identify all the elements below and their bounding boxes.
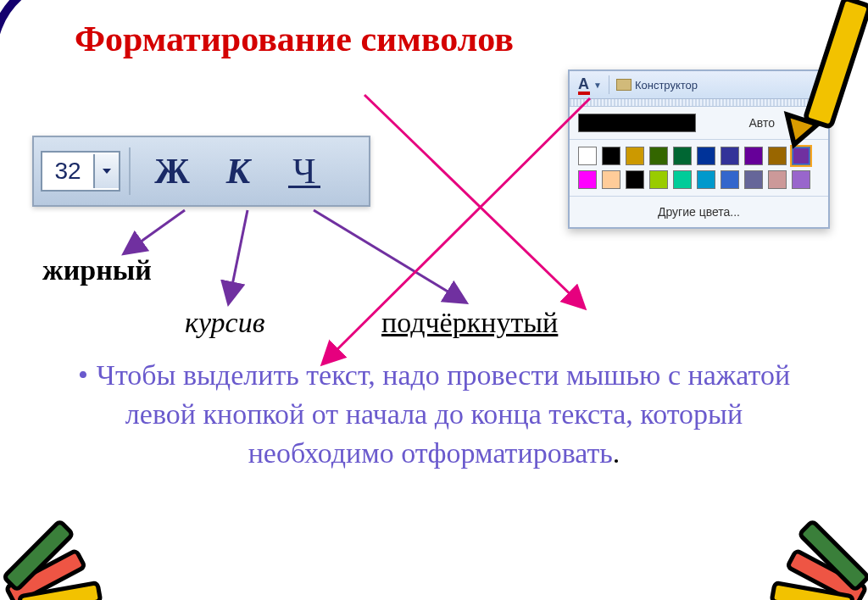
toolbar-separator [129, 147, 131, 195]
slide-title: Форматирование символов [75, 19, 514, 59]
color-row [578, 170, 820, 189]
color-swatch[interactable] [649, 170, 668, 189]
color-swatch[interactable] [673, 147, 692, 165]
color-swatch[interactable] [626, 147, 644, 165]
color-swatch[interactable] [792, 170, 810, 189]
font-size-value: 32 [42, 158, 93, 185]
svg-rect-13 [3, 521, 73, 591]
constructor-icon [616, 79, 632, 91]
picker-grip [570, 99, 828, 107]
font-color-A-icon: A [578, 75, 590, 93]
label-bold: жирный [42, 254, 152, 286]
color-grid [570, 140, 828, 197]
font-color-button[interactable]: A ▼ [575, 75, 605, 95]
auto-color-row[interactable]: Авто [570, 107, 828, 140]
svg-marker-0 [103, 169, 111, 174]
body-content: Чтобы выделить текст, надо провести мышь… [97, 359, 790, 469]
color-swatch[interactable] [744, 170, 763, 189]
svg-rect-12 [19, 583, 101, 600]
color-swatch[interactable] [673, 170, 692, 189]
body-text: •Чтобы выделить текст, надо провести мыш… [76, 356, 792, 473]
constructor-button[interactable]: Конструктор [613, 79, 701, 92]
color-swatch[interactable] [792, 147, 810, 165]
svg-line-5 [314, 210, 465, 302]
constructor-label: Конструктор [635, 79, 698, 92]
svg-rect-16 [799, 521, 868, 591]
color-swatch[interactable] [697, 147, 715, 165]
label-italic: курсив [185, 307, 264, 339]
color-swatch[interactable] [768, 170, 787, 189]
color-picker-panel: A ▼ Конструктор Авто Другие цвета... [568, 69, 830, 229]
label-underline: подчёркнутый [381, 307, 558, 339]
format-toolbar: 32 Ж К Ч [32, 136, 370, 207]
color-swatch[interactable] [602, 170, 620, 189]
auto-swatch [578, 114, 696, 132]
color-swatch[interactable] [602, 147, 620, 165]
svg-line-7 [364, 95, 583, 307]
italic-button[interactable]: К [209, 146, 268, 197]
color-swatch[interactable] [768, 147, 787, 165]
color-picker-header: A ▼ Конструктор [570, 71, 828, 99]
auto-label: Авто [704, 116, 821, 130]
bold-button[interactable]: Ж [142, 146, 202, 197]
svg-rect-11 [6, 550, 85, 600]
svg-line-3 [125, 210, 185, 253]
color-row [578, 147, 820, 165]
color-swatch[interactable] [578, 147, 597, 165]
decoration-bottom-right [737, 481, 868, 600]
color-swatch[interactable] [721, 170, 739, 189]
color-swatch[interactable] [744, 147, 763, 165]
bullet-icon: • [78, 359, 88, 391]
body-stop: . [613, 437, 620, 469]
svg-line-4 [229, 210, 248, 302]
color-swatch[interactable] [697, 170, 715, 189]
font-size-combo[interactable]: 32 [41, 151, 120, 192]
more-colors-button[interactable]: Другие цвета... [570, 197, 828, 227]
svg-rect-15 [771, 583, 853, 600]
decoration-top-left [0, 0, 53, 85]
font-size-dropdown-icon[interactable] [93, 154, 119, 188]
color-swatch[interactable] [578, 170, 597, 189]
header-separator [609, 75, 609, 94]
decoration-bottom-left [0, 481, 136, 600]
color-swatch[interactable] [626, 170, 644, 189]
color-swatch[interactable] [649, 147, 668, 165]
svg-rect-14 [787, 550, 866, 600]
underline-button[interactable]: Ч [275, 146, 334, 197]
chevron-down-icon: ▼ [593, 81, 602, 90]
color-swatch[interactable] [721, 147, 739, 165]
